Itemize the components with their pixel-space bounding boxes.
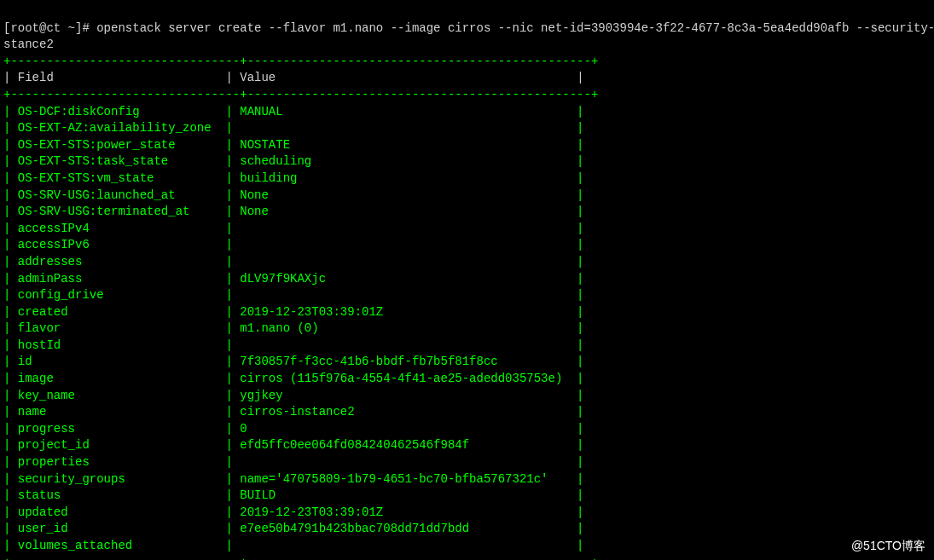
table-row: | OS-EXT-AZ:availability_zone | | xyxy=(3,121,584,135)
table-body: | OS-DCF:diskConfig | MANUAL | | OS-EXT-… xyxy=(3,104,931,555)
table-row: | updated | 2019-12-23T03:39:01Z | xyxy=(3,505,584,519)
table-row: | properties | | xyxy=(3,455,584,469)
table-row: | image | cirros (115f976a-4554-4f41-ae2… xyxy=(3,372,584,385)
table-row: | OS-SRV-USG:launched_at | None | xyxy=(3,188,584,202)
table-row: | addresses | | xyxy=(3,255,584,268)
table-row: | OS-EXT-STS:power_state | NOSTATE | xyxy=(3,138,584,152)
prompt-prefix: [root@ct ~]# xyxy=(3,21,96,35)
command-text-2: stance2 xyxy=(3,38,54,51)
command-line-1: [root@ct ~]# openstack server create --f… xyxy=(3,21,934,35)
table-top-border: +--------------------------------+------… xyxy=(3,55,598,68)
table-row: | OS-DCF:diskConfig | MANUAL | xyxy=(3,105,584,118)
table-bottom-border: +--------------------------------+------… xyxy=(3,556,598,560)
table-header-border: +--------------------------------+------… xyxy=(3,88,598,101)
table-row: | adminPass | dLV97f9KAXjc | xyxy=(3,272,584,286)
table-row: | hostId | | xyxy=(3,338,584,352)
table-row: | flavor | m1.nano (0) | xyxy=(3,321,584,335)
table-row: | volumes_attached | | xyxy=(3,539,584,552)
table-header-row: | Field | Value | xyxy=(3,71,584,84)
terminal-output: [root@ct ~]# openstack server create --f… xyxy=(3,3,931,560)
table-row: | key_name | ygjkey | xyxy=(3,389,584,402)
header-field: Field xyxy=(18,71,54,84)
table-row: | name | cirros-instance2 | xyxy=(3,405,584,419)
table-row: | security_groups | name='47075809-1b79-… xyxy=(3,472,584,486)
table-row: | project_id | efd5ffc0ee064fd0842404625… xyxy=(3,438,584,452)
table-row: | created | 2019-12-23T03:39:01Z | xyxy=(3,305,584,319)
table-row: | status | BUILD | xyxy=(3,488,584,502)
command-text-1: openstack server create --flavor m1.nano… xyxy=(96,21,934,35)
table-row: | OS-SRV-USG:terminated_at | None | xyxy=(3,205,584,218)
table-row: | accessIPv4 | | xyxy=(3,222,584,235)
table-row: | id | 7f30857f-f3cc-41b6-bbdf-fb7b5f81f… xyxy=(3,355,584,368)
header-value: Value xyxy=(240,71,276,84)
table-row: | OS-EXT-STS:task_state | scheduling | xyxy=(3,154,584,168)
watermark: @51CTO博客 xyxy=(851,538,925,555)
table-row: | user_id | e7ee50b4791b423bbac708dd71dd… xyxy=(3,522,584,535)
table-row: | progress | 0 | xyxy=(3,422,584,436)
table-row: | config_drive | | xyxy=(3,288,584,302)
table-row: | OS-EXT-STS:vm_state | building | xyxy=(3,171,584,185)
table-row: | accessIPv6 | | xyxy=(3,238,584,251)
